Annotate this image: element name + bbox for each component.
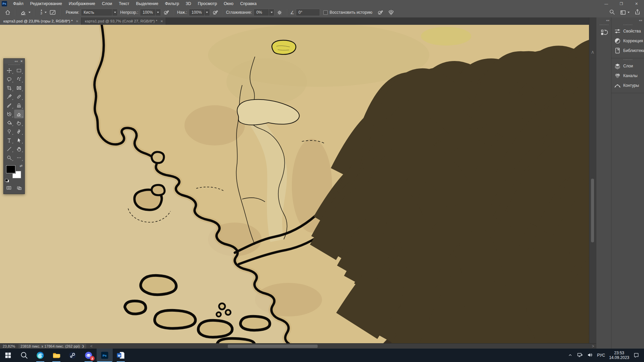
type-tool[interactable]	[4, 136, 14, 144]
eraser-tool[interactable]	[14, 110, 24, 118]
vertical-scrollbar[interactable]: ᐱ	[589, 17, 596, 343]
menu-item-1[interactable]: Файл	[10, 0, 27, 7]
history-panel-icon[interactable]	[596, 29, 611, 36]
chevron-right-icon[interactable]: ❯	[82, 345, 85, 348]
taskbar-edge-icon[interactable]	[32, 349, 48, 362]
erase-history-checkbox[interactable]	[323, 10, 328, 15]
path-select-tool[interactable]	[14, 136, 24, 144]
menu-item-4[interactable]: Слои	[99, 0, 115, 7]
brush-size-preview[interactable]: 3	[38, 10, 47, 15]
horizontal-scroll-thumb[interactable]	[228, 345, 318, 348]
search-icon[interactable]	[609, 9, 615, 16]
paint-bucket-tool[interactable]	[4, 118, 14, 127]
lasso-tool[interactable]	[4, 75, 14, 83]
frame-tool[interactable]	[14, 83, 24, 92]
marquee-tool[interactable]	[14, 66, 24, 75]
menu-item-3[interactable]: Изображение	[65, 0, 99, 7]
scroll-left-icon[interactable]: ᐸ	[89, 344, 94, 349]
panel-tab-libraries[interactable]: Библиотеки	[611, 46, 644, 55]
scroll-right-icon[interactable]: ᐳ	[591, 344, 595, 349]
zoom-tool[interactable]	[4, 153, 14, 162]
panel-tab-channels[interactable]: Каналы	[611, 71, 644, 80]
share-icon[interactable]	[634, 9, 641, 16]
home-icon[interactable]	[3, 9, 13, 15]
hand-tool[interactable]	[14, 144, 24, 153]
volume-icon[interactable]	[587, 352, 593, 359]
move-tool[interactable]	[4, 66, 14, 75]
menu-item-8[interactable]: 3D	[182, 0, 195, 7]
language-indicator[interactable]: РУС	[597, 353, 605, 358]
taskbar-photoshop-icon[interactable]	[97, 349, 113, 362]
smudge-tool[interactable]	[14, 118, 24, 127]
pressure-opacity-icon[interactable]	[161, 9, 172, 16]
clock[interactable]: 23:53 14.09.2023	[609, 351, 629, 360]
eraser-tool-preset-icon[interactable]	[18, 9, 29, 16]
close-button[interactable]: ✕	[629, 0, 644, 7]
minimize-button[interactable]: —	[599, 0, 614, 7]
collapse-panel-icon[interactable]: ««	[14, 60, 18, 63]
airbrush-icon[interactable]	[210, 9, 221, 16]
action-center-icon[interactable]	[633, 352, 639, 359]
default-colors-icon[interactable]	[5, 179, 9, 182]
taskbar-word-icon[interactable]	[113, 349, 129, 362]
eyedropper-tool[interactable]	[4, 92, 14, 101]
symmetry-butterfly-icon[interactable]	[386, 9, 396, 16]
clone-stamp-tool[interactable]	[14, 101, 24, 110]
screen-mode-button[interactable]	[14, 183, 24, 192]
tab-close-icon[interactable]: ✕	[76, 19, 78, 23]
pressure-size-icon[interactable]	[375, 9, 386, 16]
brush-settings-panel-icon[interactable]	[47, 9, 58, 16]
menu-item-9[interactable]: Просмотр	[195, 0, 220, 7]
menu-item-11[interactable]: Справка	[237, 0, 260, 7]
taskbar-search-icon[interactable]	[16, 349, 32, 362]
healing-brush-tool[interactable]	[14, 92, 24, 101]
document-tab[interactable]: карта1.psd @ 93,7% (Слой 27, RGB/8*) *✕	[82, 17, 166, 25]
vertical-scroll-thumb[interactable]	[591, 179, 594, 242]
menu-item-7[interactable]: Фильтр	[162, 0, 182, 7]
workspace-switcher[interactable]	[620, 9, 630, 16]
dock-collapse[interactable]: ««	[611, 17, 644, 23]
panel-tab-adjustments[interactable]: Коррекция	[611, 36, 644, 46]
foreground-color-swatch[interactable]	[6, 165, 15, 173]
angle-field[interactable]: 0°	[296, 9, 320, 16]
close-panel-icon[interactable]: ✕	[20, 60, 23, 63]
canvas[interactable]	[0, 25, 589, 343]
horizontal-scrollbar[interactable]: ᐸ ᐳ	[89, 344, 596, 349]
taskbar-discord-icon[interactable]: 3	[80, 349, 97, 362]
chevron-down-icon[interactable]	[29, 12, 31, 13]
quick-mask-button[interactable]	[4, 183, 14, 192]
opacity-select[interactable]: 100%	[140, 9, 161, 16]
menu-item-5[interactable]: Текст	[115, 0, 132, 7]
taskbar-steam-icon[interactable]	[64, 349, 80, 362]
document-info[interactable]: 23818 пикс. x 17864 пикс. (262 ppi) ❯	[18, 344, 86, 349]
dock-collapse[interactable]: ««	[596, 17, 611, 23]
tab-close-icon[interactable]: ✕	[160, 19, 163, 23]
zoom-level-field[interactable]: 23,82%	[0, 344, 18, 348]
history-brush-tool[interactable]	[4, 110, 14, 118]
menu-item-6[interactable]: Выделение	[133, 0, 162, 7]
menu-item-2[interactable]: Редактирование	[27, 0, 65, 7]
taskbar-start-icon[interactable]	[0, 349, 16, 362]
chevron-down-icon[interactable]	[45, 12, 47, 13]
panel-tab-properties[interactable]: Свойства	[611, 26, 644, 36]
swap-colors-icon[interactable]: ⇄	[20, 164, 22, 168]
panel-tab-paths[interactable]: Контуры	[611, 80, 644, 90]
dodge-tool[interactable]	[4, 127, 14, 136]
menu-item-10[interactable]: Окно	[220, 0, 237, 7]
more-tools[interactable]	[14, 153, 24, 162]
smoothing-select[interactable]: 0%	[254, 9, 274, 16]
mode-select[interactable]: Кисть	[81, 9, 118, 16]
taskbar-explorer-icon[interactable]	[48, 349, 64, 362]
pen-tool[interactable]	[14, 127, 24, 136]
crop-tool[interactable]	[4, 83, 14, 92]
line-tool[interactable]	[4, 144, 14, 153]
tray-chevron-up-icon[interactable]	[568, 352, 573, 359]
document-tab[interactable]: карта3.psd @ 23,8% (горы 2, RGB/8*) *✕	[0, 17, 82, 25]
network-icon[interactable]	[577, 352, 583, 359]
smoothing-gear-icon[interactable]	[274, 9, 285, 16]
scroll-up-icon[interactable]: ᐱ	[589, 50, 596, 55]
brush-tool[interactable]	[4, 101, 14, 110]
panel-tab-layers[interactable]: Слои	[611, 61, 644, 71]
quick-select-tool[interactable]	[14, 75, 24, 83]
flow-select[interactable]: 100%	[189, 9, 210, 16]
